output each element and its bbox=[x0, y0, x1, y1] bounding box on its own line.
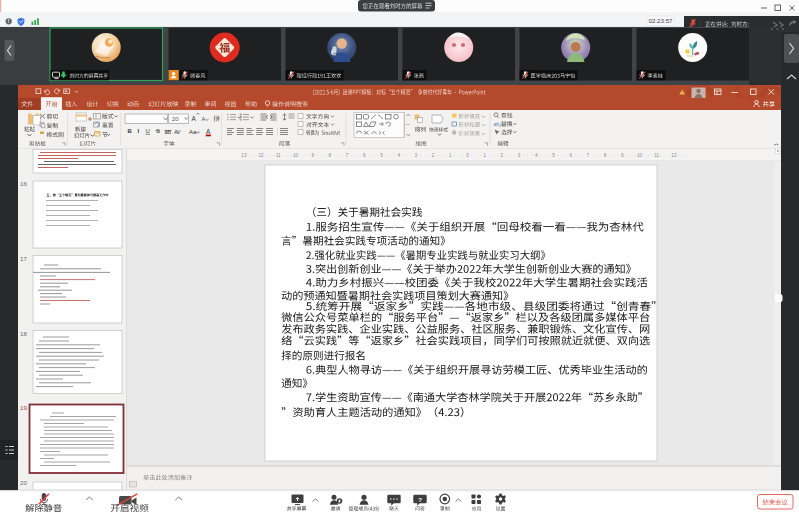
svg-text:4: 4 bbox=[397, 153, 400, 158]
svg-text:19: 19 bbox=[20, 404, 27, 411]
svg-text:11: 11 bbox=[654, 153, 659, 158]
svg-text:4: 4 bbox=[535, 153, 538, 158]
svg-text:20: 20 bbox=[172, 116, 179, 122]
svg-text:12: 12 bbox=[259, 153, 265, 158]
svg-text:13: 13 bbox=[241, 153, 247, 158]
svg-text:02:23:57: 02:23:57 bbox=[648, 17, 673, 24]
svg-text:S: S bbox=[156, 128, 160, 134]
svg-text:10: 10 bbox=[293, 153, 299, 158]
svg-text:9: 9 bbox=[621, 153, 624, 158]
svg-text:A: A bbox=[192, 115, 197, 122]
svg-text:0: 0 bbox=[466, 153, 469, 158]
svg-text:9: 9 bbox=[311, 153, 314, 158]
svg-text:U: U bbox=[146, 128, 150, 134]
svg-text:8: 8 bbox=[329, 153, 332, 158]
svg-text:2: 2 bbox=[501, 153, 504, 158]
svg-text:5: 5 bbox=[380, 153, 383, 158]
svg-text:A: A bbox=[202, 116, 206, 122]
svg-text:AV: AV bbox=[174, 129, 181, 135]
svg-text:!: ! bbox=[682, 90, 683, 95]
svg-text:?: ? bbox=[418, 497, 422, 503]
svg-text:11: 11 bbox=[276, 153, 281, 158]
svg-text:12: 12 bbox=[671, 153, 677, 158]
svg-text:2: 2 bbox=[432, 153, 435, 158]
svg-text:1: 1 bbox=[483, 153, 486, 158]
svg-text:18: 18 bbox=[20, 330, 27, 337]
svg-text:ab: ab bbox=[494, 121, 500, 127]
svg-text:Aa: Aa bbox=[189, 129, 197, 135]
svg-text:10: 10 bbox=[637, 153, 643, 158]
svg-text:ab: ab bbox=[165, 129, 172, 135]
svg-text:7: 7 bbox=[587, 153, 590, 158]
svg-text:A: A bbox=[206, 128, 211, 135]
svg-text:5: 5 bbox=[552, 153, 555, 158]
svg-text:6: 6 bbox=[363, 153, 366, 158]
svg-text:8: 8 bbox=[604, 153, 607, 158]
svg-text:16: 16 bbox=[20, 180, 27, 187]
svg-text:7: 7 bbox=[346, 153, 349, 158]
svg-text:3: 3 bbox=[518, 153, 521, 158]
svg-text:1: 1 bbox=[449, 153, 452, 158]
svg-text:20: 20 bbox=[20, 479, 27, 486]
svg-text:3: 3 bbox=[415, 153, 418, 158]
svg-text:17: 17 bbox=[20, 255, 27, 262]
svg-text:B: B bbox=[128, 128, 132, 134]
svg-text:6: 6 bbox=[569, 153, 572, 158]
